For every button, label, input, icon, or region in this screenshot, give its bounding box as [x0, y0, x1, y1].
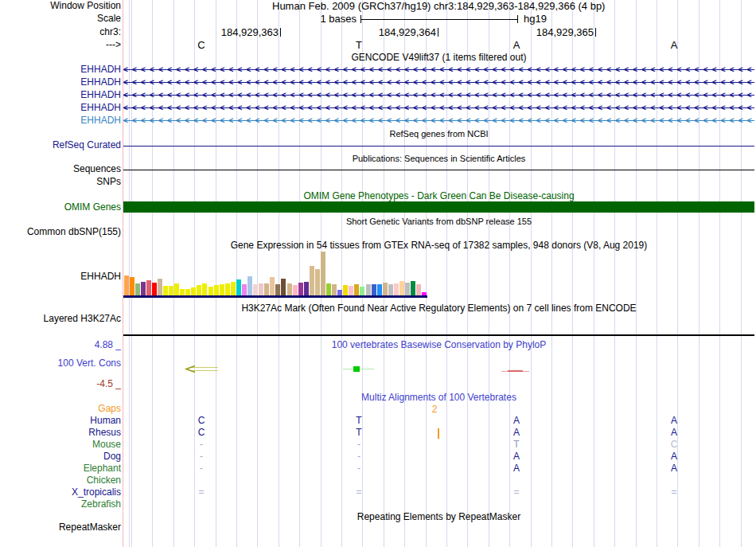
alignment-base: A	[662, 416, 686, 426]
gtex-tissue-bar	[214, 285, 219, 295]
gtex-tissue-bar	[281, 279, 286, 295]
gtex-tissue-bar	[174, 283, 179, 295]
alignment-base: =	[189, 487, 213, 498]
scale-label: Scale	[97, 14, 121, 24]
gencode-track-title: GENCODE V49lift37 (1 items filtered out)	[123, 53, 754, 63]
gtex-tissue-bar	[337, 290, 342, 295]
alignment-base: C	[189, 428, 213, 438]
gtex-tissue-bar	[287, 283, 292, 295]
track-label-gene-1[interactable]: EHHADH	[80, 77, 121, 88]
gene-transcript-row[interactable]: <<<<<<<<<<<<<<<<<<<<<<<<<<<<<<<<<<<<<<<<…	[123, 64, 754, 75]
track-label-gene-0[interactable]: EHHADH	[80, 64, 121, 75]
track-label-repeatmasker[interactable]: RepeatMasker	[59, 522, 121, 533]
alignment-base: T	[505, 440, 528, 450]
gtex-tissue-bar	[332, 284, 337, 295]
multiz-species-label-elephant[interactable]: Elephant	[84, 463, 121, 474]
alignment-base: C	[662, 440, 686, 450]
track-label-gene-4[interactable]: EHHADH	[80, 115, 121, 126]
gtex-tissue-bar	[163, 286, 168, 295]
omim-gene-bar[interactable]	[123, 201, 754, 213]
gtex-tissue-bar	[275, 284, 280, 295]
gtex-tissue-bar	[422, 292, 427, 295]
strand-direction-label: --->	[106, 40, 121, 50]
gene-transcript-row[interactable]: <<<<<<<<<<<<<<<<<<<<<<<<<<<<<<<<<<<<<<<<…	[123, 90, 754, 100]
publications-track-title: Publications: Sequences in Scientific Ar…	[123, 154, 754, 163]
gtex-tissue-bar	[366, 284, 371, 295]
reference-base-letter: A	[658, 40, 690, 51]
multiz-species-label-human[interactable]: Human	[90, 416, 121, 426]
window-position-label: Window Position	[50, 1, 121, 11]
omim-track-title: OMIM Gene Phenotypes - Dark Green Can Be…	[123, 191, 754, 201]
track-label-snps[interactable]: SNPs	[96, 177, 121, 187]
gene-transcript-row[interactable]: <<<<<<<<<<<<<<<<<<<<<<<<<<<<<<<<<<<<<<<<…	[123, 103, 754, 113]
gtex-tissue-bar	[130, 277, 134, 295]
gtex-tissue-bar	[259, 283, 263, 295]
gtex-tissue-bar	[264, 283, 269, 295]
gtex-tissue-bar	[152, 283, 157, 295]
gtex-tissue-bar	[270, 277, 275, 295]
gtex-tissue-bar	[231, 282, 236, 295]
alignment-base: =	[347, 487, 371, 498]
multiz-species-label-rhesus[interactable]: Rhesus	[88, 428, 121, 438]
gtex-track-title: Gene Expression in 54 tissues from GTEx …	[123, 240, 754, 251]
multiz-species-label-dog[interactable]: Dog	[103, 451, 121, 462]
indel-arrow-mark[interactable]	[183, 365, 219, 373]
gtex-tissue-bar	[349, 286, 353, 295]
gtex-expression-bar-chart[interactable]	[123, 252, 427, 298]
gtex-tissue-bar	[315, 269, 320, 295]
scale-assembly: hg19	[524, 14, 547, 24]
reference-base-letter: C	[185, 40, 217, 51]
gtex-tissue-bar	[202, 283, 207, 295]
track-label-omim-genes[interactable]: OMIM Genes	[64, 202, 121, 213]
gtex-tissue-bar	[242, 284, 247, 295]
gtex-tissue-bar	[141, 282, 146, 295]
alignment-base: -	[347, 440, 371, 450]
position-tick	[438, 28, 438, 37]
track-label-gtex-ehhadh[interactable]: EHHADH	[80, 272, 121, 282]
track-label-gaps[interactable]: Gaps	[98, 404, 121, 414]
gtex-tissue-bar	[399, 281, 404, 295]
h3k27ac-track-title: H3K27Ac Mark (Often Found Near Active Re…	[123, 303, 754, 314]
repeatmasker-track-title: Repeating Elements by RepeatMasker	[123, 512, 754, 522]
track-label-layered-h3k27ac[interactable]: Layered H3K27Ac	[44, 314, 121, 324]
multiz-species-label-x_tropicalis[interactable]: X_tropicalis	[72, 487, 121, 498]
gtex-tissue-bar	[124, 275, 129, 295]
gtex-tissue-bar	[247, 276, 252, 295]
phylop-negative-core[interactable]	[508, 370, 523, 372]
multiz-species-label-mouse[interactable]: Mouse	[92, 440, 121, 450]
position-tick	[280, 28, 281, 37]
alignment-base: A	[662, 451, 686, 462]
h3k27ac-signal-baseline[interactable]	[123, 334, 754, 336]
alignment-base: =	[505, 487, 528, 498]
refseq-curated-item[interactable]	[123, 146, 754, 147]
gtex-baseline	[123, 295, 427, 298]
gene-transcript-row[interactable]: <<<<<<<<<<<<<<<<<<<<<<<<<<<<<<<<<<<<<<<<…	[123, 115, 754, 126]
gtex-tissue-bar	[326, 283, 331, 295]
gene-transcript-row[interactable]: <<<<<<<<<<<<<<<<<<<<<<<<<<<<<<<<<<<<<<<<…	[123, 77, 754, 88]
alignment-base: A	[505, 463, 528, 474]
alignment-base: A	[505, 416, 528, 426]
alignment-base: T	[347, 416, 371, 426]
alignment-base: -	[189, 463, 213, 474]
gtex-tissue-bar	[185, 289, 190, 295]
track-label-gene-2[interactable]: EHHADH	[80, 90, 121, 100]
track-label-100-vert-cons[interactable]: 100 Vert. Cons	[58, 358, 121, 369]
gtex-tissue-bar	[191, 287, 196, 295]
track-label-sequences[interactable]: Sequences	[73, 164, 121, 174]
multiz-species-label-chicken[interactable]: Chicken	[87, 475, 121, 486]
reference-base-letter: T	[343, 40, 375, 51]
multiz-species-label-zebrafish[interactable]: Zebrafish	[81, 499, 121, 510]
position-tick	[595, 28, 596, 37]
gtex-tissue-bar	[225, 283, 230, 295]
track-label-gene-3[interactable]: EHHADH	[80, 103, 121, 113]
gtex-tissue-bar	[321, 252, 325, 295]
gtex-tissue-bar	[304, 282, 309, 295]
gtex-tissue-bar	[416, 284, 421, 295]
insertion-bar	[438, 428, 439, 439]
phylop-positive-box[interactable]	[353, 366, 360, 372]
gtex-tissue-bar	[253, 284, 258, 295]
alignment-base: C	[189, 416, 213, 426]
publications-sequences-item[interactable]	[123, 170, 754, 170]
track-label-refseq-curated[interactable]: RefSeq Curated	[53, 140, 121, 150]
track-label-common-dbsnp[interactable]: Common dbSNP(155)	[27, 227, 121, 237]
